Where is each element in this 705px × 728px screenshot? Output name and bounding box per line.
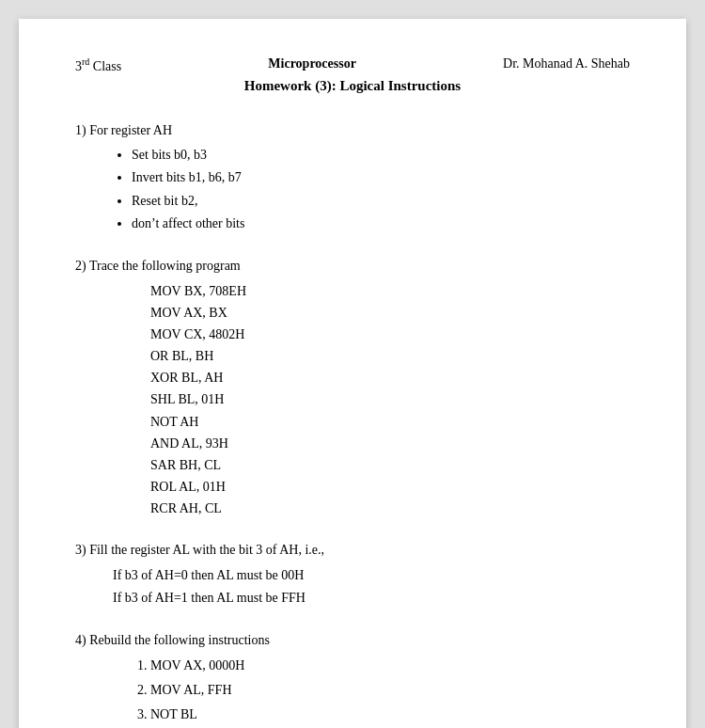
code-line: OR BL, BH <box>150 345 630 367</box>
homework-title: Homework (3): Logical Instructions <box>75 78 630 94</box>
list-item: Set bits b0, b3 <box>132 145 630 166</box>
list-item: Reset bit b2, <box>132 191 630 212</box>
code-line: MOV CX, 4802H <box>150 324 630 345</box>
code-line: AND AL, 93H <box>150 433 630 454</box>
code-line: MOV AX, BX <box>150 302 630 324</box>
q4-numbered-list: MOV AX, 0000H MOV AL, FFH NOT BL NEG CX <box>150 655 630 728</box>
code-line: XOR BL, AH <box>150 367 630 388</box>
q2-number: 2) <box>75 259 86 273</box>
page-header: 3rd Class Microprocessor Dr. Mohanad A. … <box>75 56 630 74</box>
code-line: ROL AL, 01H <box>150 476 630 498</box>
q4-number: 4) <box>75 633 86 647</box>
list-item: NOT BL <box>150 704 630 726</box>
content-area: 1) For register AH Set bits b0, b3 Inver… <box>75 120 630 728</box>
list-item: MOV AL, FFH <box>150 679 630 702</box>
q3-title: 3) Fill the register AL with the bit 3 o… <box>75 540 630 561</box>
subject-label: Microprocessor <box>268 56 356 71</box>
list-item: don’t affect other bits <box>132 214 630 234</box>
class-label: 3rd Class <box>75 56 121 74</box>
q3-text: Fill the register AL with the bit 3 of A… <box>89 543 324 557</box>
q3-line-2: If b3 of AH=1 then AL must be FFH <box>113 587 630 609</box>
q2-text: Trace the following program <box>89 259 241 273</box>
q3-line-1: If b3 of AH=0 then AL must be 00H <box>113 564 630 587</box>
q2-title: 2) Trace the following program <box>75 256 630 277</box>
question-2: 2) Trace the following program MOV BX, 7… <box>75 256 630 519</box>
code-line: RCR AH, CL <box>150 498 630 519</box>
q2-code-block: MOV BX, 708EH MOV AX, BX MOV CX, 4802H O… <box>150 280 630 519</box>
q1-title: 1) For register AH <box>75 120 630 141</box>
code-line: NOT AH <box>150 411 630 433</box>
q4-text: Rebuild the following instructions <box>89 633 270 647</box>
question-4: 4) Rebuild the following instructions MO… <box>75 630 630 728</box>
page: 3rd Class Microprocessor Dr. Mohanad A. … <box>19 19 686 728</box>
code-line: SHL BL, 01H <box>150 388 630 410</box>
q1-text: For register AH <box>89 123 172 137</box>
question-1: 1) For register AH Set bits b0, b3 Inver… <box>75 120 630 235</box>
code-line: MOV BX, 708EH <box>150 280 630 302</box>
q3-sub-lines: If b3 of AH=0 then AL must be 00H If b3 … <box>113 564 630 609</box>
list-item: MOV AX, 0000H <box>150 655 630 677</box>
code-line: SAR BH, CL <box>150 454 630 476</box>
q1-bullet-list: Set bits b0, b3 Invert bits b1, b6, b7 R… <box>132 145 630 235</box>
q1-number: 1) <box>75 123 86 137</box>
question-3: 3) Fill the register AL with the bit 3 o… <box>75 540 630 609</box>
professor-name: Dr. Mohanad A. Shehab <box>503 56 630 71</box>
q4-title: 4) Rebuild the following instructions <box>75 630 630 651</box>
list-item: Invert bits b1, b6, b7 <box>132 167 630 188</box>
q3-number: 3) <box>75 543 86 557</box>
